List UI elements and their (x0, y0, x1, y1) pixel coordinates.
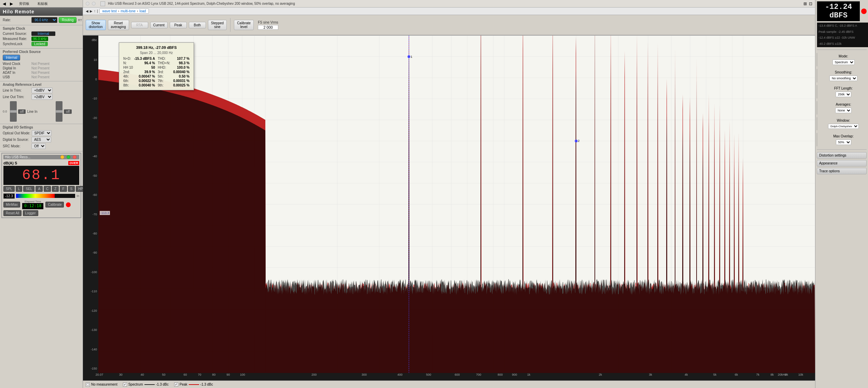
window-actions: ⊞ ⊡ (803, 1, 812, 6)
main-close[interactable] (86, 2, 89, 5)
menu-item-back[interactable]: ◀ (3, 1, 6, 6)
smoothing-select[interactable]: No smoothing 1/3 octave (829, 76, 857, 81)
window-select[interactable]: Dolph-Chebyshev 200 Hann (828, 124, 859, 129)
reset-averaging-button[interactable]: Reset averaging (108, 20, 129, 30)
distortion-settings-button[interactable]: Distortion settings (817, 152, 867, 159)
peak-button[interactable]: Peak (170, 22, 187, 28)
max-overlap-select[interactable]: 50% 75% (836, 139, 851, 145)
chart-wrapper: dBc 10 0 -10 -20 -30 -40 -50 -60 -70 -80… (83, 36, 815, 373)
hh1-key: HH 10 (123, 66, 133, 69)
both-button[interactable]: Both (189, 22, 206, 28)
thdn-key: THD+N: (158, 61, 170, 65)
resize-icon[interactable]: ⊡ (809, 1, 812, 6)
current-button[interactable]: Current (150, 22, 168, 28)
line-in-btn[interactable]: Line In (27, 110, 54, 113)
f-btn[interactable]: F (60, 186, 67, 192)
z-btn[interactable]: Z (52, 186, 59, 192)
adat-in-label: ADAT In (3, 71, 30, 75)
digital-in-label: Digital In (3, 66, 30, 70)
spectrum-canvas[interactable] (98, 36, 815, 373)
record-indicator[interactable] (66, 202, 71, 207)
c-btn[interactable]: C (44, 186, 51, 192)
l-btn[interactable]: L (16, 186, 23, 192)
h3-val: 0.00040 % (173, 70, 190, 74)
averages-select[interactable]: None 2 4 (835, 108, 852, 113)
minmax-btn[interactable]: MinMax (3, 202, 20, 208)
legend-check-peak[interactable]: ✓ (174, 383, 178, 387)
nd-key: N+D: (123, 57, 131, 61)
y-label--40: -40 (84, 155, 97, 158)
reset-all-btn[interactable]: Reset All (3, 210, 22, 216)
no-measurement-label: No measurement (91, 383, 117, 386)
fs-sine-input[interactable] (258, 25, 278, 30)
rate-select[interactable]: 96.0 kHz 44.1 kHz 48.0 kHz 88.2 kHz 192.… (31, 17, 57, 23)
appearance-button[interactable]: Appearance (817, 160, 867, 166)
preferred-clock-section: Preferred Clock Source Internal Word Clo… (0, 49, 83, 81)
menu-item-file[interactable]: 剪切板 (17, 1, 31, 7)
spl-btn[interactable]: SPL (3, 186, 15, 192)
off-btn-1[interactable]: off (18, 109, 26, 114)
s-btn[interactable]: S (68, 186, 75, 192)
max-overlap-label: Max Overlap: (833, 134, 853, 138)
tooltip-thdn-row: THD+N: 98.3 % (158, 61, 190, 65)
main-window-controls (86, 2, 97, 5)
optical-out-select[interactable]: SPDIFADAT (32, 130, 52, 136)
logger-btn[interactable]: Logger (23, 210, 38, 216)
trace-options-button[interactable]: Trace options (817, 168, 867, 174)
current-source-label: Current Source: (3, 32, 30, 36)
x-label-20k: 20kHz (778, 373, 787, 376)
x-label-40: 40 (141, 373, 144, 376)
chart-main[interactable]: 399.18 Hz, -27.09 dBFS Span 20 ... 20,00… (98, 36, 815, 373)
nav-forward[interactable]: ▶ (90, 9, 93, 13)
main-min[interactable] (92, 2, 96, 5)
stepped-sine-button[interactable]: Stepped sine (208, 20, 227, 30)
usb-value: Not Present (31, 75, 50, 79)
tooltip-h6-row: 6th: 0.00022 % (123, 79, 155, 83)
expand-icon[interactable]: ⊞ (803, 1, 807, 6)
breadcrumb-wave-test[interactable]: wave test (102, 9, 117, 13)
menu-item-edit[interactable]: 粘贴板 (36, 1, 50, 7)
breadcrumb-load[interactable]: load (139, 9, 146, 13)
y-label--90: -90 (84, 251, 97, 254)
off-btn-2[interactable]: off (64, 109, 72, 114)
fader-slider-1[interactable] (10, 101, 17, 122)
internal-btn[interactable]: Internal (3, 55, 20, 61)
fft-length-select[interactable]: 256k 128k 64k (836, 92, 851, 97)
y-label--30: -30 (84, 135, 97, 139)
line-out-trim-select[interactable]: +2dBV+0dBV-10dBV (31, 94, 53, 100)
show-distortion-button[interactable]: Show distortion (86, 20, 106, 30)
legend-check-spectrum[interactable]: ✓ (123, 383, 127, 387)
sub-window-close[interactable] (73, 155, 76, 159)
word-clock-label: Word Clock (3, 62, 30, 66)
sel-btn[interactable]: SEL (23, 186, 34, 192)
mode-select[interactable]: Spectrum RTA (832, 59, 855, 65)
sub-window-title-bar: Hilo USB Reco... (3, 155, 79, 159)
adat-in-value: Not Present (31, 71, 50, 75)
calibrate-btn[interactable]: Calibrate (45, 202, 64, 208)
fader-slider-2[interactable] (56, 101, 62, 122)
routing-button[interactable]: Routing (59, 17, 76, 23)
nav-back[interactable]: ◀ (86, 9, 88, 13)
breadcrumb-multi-tone[interactable]: multi-tone (121, 9, 136, 13)
a-btn[interactable]: A (36, 186, 43, 192)
main-title-bar: Hilo USB Record 3 on ASIO Lynx USB 262, … (83, 0, 815, 8)
meter-row: -12.3 In (3, 193, 79, 199)
x-label-2k: 2k (599, 373, 602, 376)
sub-window-maximize[interactable] (67, 155, 70, 159)
legend-check-1[interactable]: ☐ (86, 383, 90, 387)
src-mode-select[interactable]: OffOn (31, 143, 46, 149)
sub-window-minimize[interactable] (60, 155, 64, 159)
menu-item-forward[interactable]: ▶ (10, 1, 13, 6)
calibrate-level-button[interactable]: Calibrate level (234, 20, 254, 30)
nav-up[interactable]: ↑ (94, 9, 96, 13)
right-red-indicator[interactable] (861, 9, 867, 14)
h7-key: 7th: (158, 79, 164, 83)
fs-sine-container: FS sine Vrms (258, 21, 278, 30)
fader-value: 0.0 (3, 110, 7, 113)
rta-button[interactable]: RTA (131, 22, 148, 28)
in-label: In (76, 194, 79, 198)
marker-113: -113.3 (100, 211, 110, 215)
digital-in-src-select[interactable]: AESSPDIF (31, 137, 51, 143)
line-in-trim-select[interactable]: +0dBV+2dBV-10dBV (31, 88, 53, 93)
sub-window: Hilo USB Reco... dB(A) S OVER 68.1 SPL L… (1, 153, 81, 218)
